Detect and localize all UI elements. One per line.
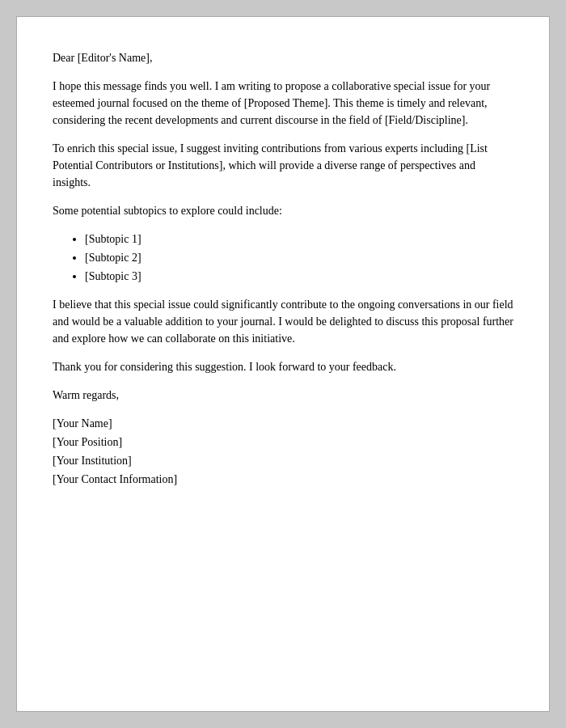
paragraph-1: I hope this message finds you well. I am… — [53, 78, 513, 129]
paragraph-3-intro: Some potential subtopics to explore coul… — [53, 202, 513, 219]
paragraph-4: I believe that this special issue could … — [53, 296, 513, 347]
subtopic-3: [Subtopic 3] — [85, 268, 513, 285]
subtopics-list: [Subtopic 1] [Subtopic 2] [Subtopic 3] — [85, 231, 513, 285]
paragraph-2: To enrich this special issue, I suggest … — [53, 140, 513, 191]
subtopic-2: [Subtopic 2] — [85, 249, 513, 266]
letter-page: Dear [Editor's Name], I hope this messag… — [16, 16, 550, 712]
salutation: Dear [Editor's Name], — [53, 49, 513, 66]
sig-name: [Your Name] — [53, 415, 513, 432]
letter-body: Dear [Editor's Name], I hope this messag… — [53, 49, 513, 488]
closing: Warm regards, — [53, 387, 513, 404]
sig-contact: [Your Contact Information] — [53, 471, 513, 488]
signature-block: [Your Name] [Your Position] [Your Instit… — [53, 415, 513, 488]
sig-position: [Your Position] — [53, 434, 513, 451]
paragraph-5: Thank you for considering this suggestio… — [53, 358, 513, 375]
subtopic-1: [Subtopic 1] — [85, 231, 513, 248]
sig-institution: [Your Institution] — [53, 452, 513, 469]
